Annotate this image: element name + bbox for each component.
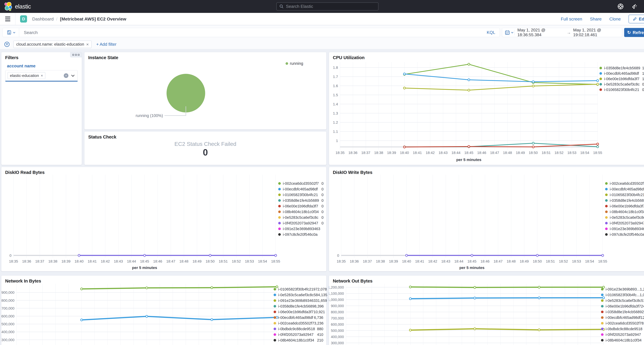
- legend-item[interactable]: i-0358d8e1fe4cb56891.615: [600, 65, 644, 71]
- legend-item[interactable]: i-06e00e1b96dfda3f724,685: [601, 304, 644, 309]
- legend-dot: [601, 333, 604, 336]
- x-axis-tick: 18:39: [62, 259, 70, 263]
- legend-item[interactable]: i-06e00e1b96dfda3f70: [278, 203, 324, 209]
- legend-dot: [605, 199, 608, 202]
- dashboard-app-badge[interactable]: D: [20, 15, 27, 22]
- legend-item[interactable]: i-06e00e1b96dfda3f710,921: [274, 309, 323, 315]
- edit-button[interactable]: Edit: [628, 15, 644, 23]
- share-link[interactable]: Share: [590, 16, 602, 22]
- legend-item[interactable]: i-01065823f30b4fc21972,078: [274, 286, 323, 292]
- account-name-filter-label[interactable]: account name: [7, 64, 36, 68]
- selected-option-pill[interactable]: elastic-education ×: [8, 72, 45, 79]
- legend-item[interactable]: i-0e5283c5ca6ef3c8c584,135: [274, 292, 323, 298]
- legend-label: i-00ecdbfc465ad98df: [610, 187, 644, 191]
- legend-item[interactable]: i-091e23e369b89346331,659: [274, 298, 323, 304]
- legend-item[interactable]: i-08b4604c18b1c0f340: [278, 209, 324, 215]
- legend-item[interactable]: i-00ecdbfc465ad98df1.656: [600, 71, 644, 76]
- legend-item[interactable]: i-0358d8e1fe4cb568922,498: [601, 309, 644, 315]
- network-out-chart[interactable]: 300,000400,000500,000600,000700,000800,0…: [329, 276, 644, 345]
- legend-item[interactable]: i-06e00e1b96dfda3f71.617: [600, 76, 644, 82]
- legend-item[interactable]: i-0f4f2052073a929470: [605, 220, 644, 226]
- legend-item[interactable]: i-00ecdbfc465ad98df0: [278, 186, 324, 192]
- diskio-read-chart[interactable]: 018:3518:3618:3718:3818:3918:4018:4118:4…: [1, 167, 326, 272]
- x-axis-tick: 18:39: [387, 151, 396, 155]
- saved-query-menu[interactable]: [3, 28, 19, 37]
- refresh-button[interactable]: ↻ Refresh: [624, 28, 644, 37]
- legend-item[interactable]: i-00ecdbfc465ad98df0: [605, 186, 644, 192]
- legend-item[interactable]: i-0f4f2052073a92947208: [601, 332, 644, 338]
- legend-label: i-0e5283c5ca6ef3c8c: [610, 216, 644, 220]
- full-screen-link[interactable]: Full screen: [561, 16, 582, 22]
- date-picker[interactable]: May 1, 2021 @ 18:36:55.384 → May 1, 2021…: [502, 28, 622, 37]
- legend-item[interactable]: i-0e5283c5ca6ef3c8c518,769: [601, 298, 644, 304]
- diskio-write-chart[interactable]: 018:3518:3618:3718:3818:3918:4018:4118:4…: [329, 167, 644, 272]
- date-from[interactable]: May 1, 2021 @ 18:36:55.384: [518, 28, 564, 37]
- cpu-utilization-chart[interactable]: 11.11.21.31.41.51.61.71.818:3518:3618:37…: [329, 52, 644, 166]
- legend-value: 0: [322, 187, 324, 191]
- legend-item[interactable]: i-08b4604c18b1c0f340: [605, 209, 644, 215]
- x-axis-tick: 18:44: [452, 151, 460, 155]
- legend-item[interactable]: i-0e5283c5ca6ef3c8c0.934: [600, 82, 644, 87]
- legend-dot: [600, 88, 602, 91]
- account-name-combobox[interactable]: elastic-education × ×: [6, 70, 78, 81]
- legend-item[interactable]: i-01065823f30b4fc210: [278, 192, 324, 198]
- status-check-metric-label: EC2 Status Check Failed: [84, 141, 326, 147]
- legend-item[interactable]: i-0358d8e1fe4cb56890: [278, 198, 324, 203]
- legend-value: 0: [322, 193, 324, 197]
- legend-item[interactable]: i-0bdbdc9c88cde9518589: [601, 326, 644, 332]
- instance-state-pie-chart[interactable]: running (100%): [84, 52, 326, 130]
- legend-label: i-00ecdbfc465ad98df: [278, 316, 313, 320]
- menu-icon[interactable]: [5, 16, 10, 21]
- legend-item[interactable]: i-06e00e1b96dfda3f70: [605, 203, 644, 209]
- filter-pill-cloud-account[interactable]: cloud.account.name: elastic-education ×: [14, 40, 92, 48]
- panel-options-icon[interactable]: [70, 52, 82, 58]
- date-to[interactable]: May 1, 2021 @ 19:02:18.461: [573, 28, 620, 37]
- y-axis-tick: 1.7: [333, 75, 338, 79]
- legend-item[interactable]: i-0e5283c5ca6ef3c8c0: [278, 215, 324, 220]
- kql-toggle[interactable]: KQL: [487, 30, 495, 35]
- elastic-logo[interactable]: elastic: [4, 2, 31, 11]
- legend-dot: [278, 228, 281, 230]
- legend-label: i-06e00e1b96dfda3f7: [278, 310, 314, 314]
- legend-item[interactable]: i-002cea6dcd35502f70: [278, 180, 324, 186]
- legend-item[interactable]: i-0bdbdc9c88cde9518880: [274, 326, 323, 332]
- filter-options-icon[interactable]: [4, 41, 10, 48]
- legend-item[interactable]: i-097c8cfe20f546c0a: [605, 232, 644, 237]
- chevron-down-icon[interactable]: [71, 74, 74, 77]
- help-icon[interactable]: [617, 3, 624, 10]
- query-input[interactable]: Search KQL: [2, 28, 500, 37]
- legend-item[interactable]: i-00ecdbfc465ad98df12,176: [601, 315, 644, 320]
- remove-filter-icon[interactable]: ×: [86, 42, 89, 47]
- legend-item[interactable]: i-091e23e369b893463: [605, 226, 644, 232]
- y-axis-tick: 1.4: [333, 102, 338, 106]
- legend-item[interactable]: i-00ecdbfc465ad98df6,736: [274, 315, 323, 320]
- newsfeed-icon[interactable]: [630, 3, 637, 10]
- legend-item[interactable]: i-002cea6dcd35502f70: [605, 180, 644, 186]
- breadcrumb-dashboard[interactable]: Dashboard: [32, 16, 54, 22]
- add-filter-link[interactable]: + Add filter: [96, 42, 116, 47]
- legend-label: i-00ecdbfc465ad98df: [604, 71, 639, 76]
- legend-item[interactable]: i-0358d8e1fe4cb56890: [605, 198, 644, 203]
- legend-item[interactable]: i-01065823f30b4fc210: [605, 192, 644, 198]
- legend-item[interactable]: i-002cea6dcd35502f78,779: [601, 320, 644, 326]
- legend-item[interactable]: i-01065823f30b4fc...1,030,384: [601, 292, 644, 298]
- legend-item[interactable]: i-0358d8e1fe4cb56898,396: [274, 304, 323, 309]
- legend-value: 410: [317, 332, 323, 337]
- legend-item[interactable]: i-002cea6dcd35502f73,236: [274, 320, 323, 326]
- legend-item[interactable]: i-0f4f2052073a929470: [278, 220, 324, 226]
- x-axis-label: per 5 minutes: [132, 266, 157, 270]
- legend-item[interactable]: i-0f4f2052073a92947410: [274, 332, 323, 338]
- legend-item[interactable]: i-08b4604c18b1c0f34196: [601, 338, 644, 343]
- global-search-input[interactable]: Search Elastic: [276, 2, 378, 10]
- legend-item[interactable]: i-08b4604c18b1c0f34210: [274, 338, 323, 343]
- legend-item[interactable]: i-0e5283c5ca6ef3c8c0: [605, 215, 644, 220]
- legend-item[interactable]: i-091e23e369b893463: [278, 226, 324, 232]
- legend-item[interactable]: i-097c8cfe20f546c0a: [278, 232, 324, 237]
- legend-item[interactable]: i-091e23e369b893...1,201,252: [601, 286, 644, 292]
- remove-option-icon[interactable]: ×: [41, 74, 43, 78]
- legend-item[interactable]: i-01065823f30b4fc210.963: [600, 87, 644, 92]
- clear-selection-icon[interactable]: ×: [64, 73, 68, 78]
- legend-dot: [605, 194, 608, 196]
- legend-label: i-0358d8e1fe4cb5689: [278, 304, 314, 308]
- clone-link[interactable]: Clone: [609, 16, 621, 22]
